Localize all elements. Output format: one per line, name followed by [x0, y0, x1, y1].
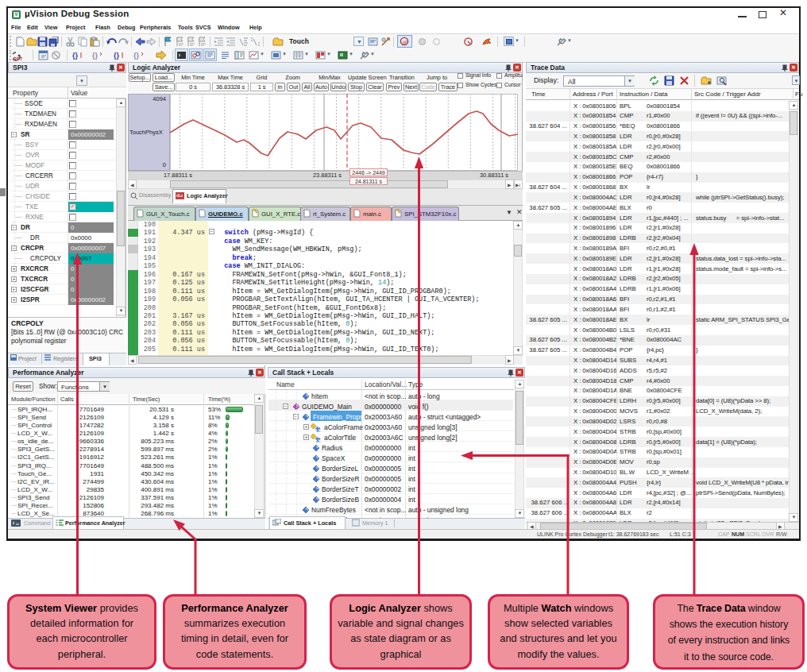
svg-text:{}: {}: [133, 52, 140, 60]
svg-text:RST: RST: [14, 56, 23, 61]
svg-text:{}: {}: [72, 52, 79, 60]
svg-text:@: @: [402, 39, 407, 45]
svg-text:{}: {}: [114, 52, 120, 60]
svg-text:{}: {}: [92, 52, 98, 60]
